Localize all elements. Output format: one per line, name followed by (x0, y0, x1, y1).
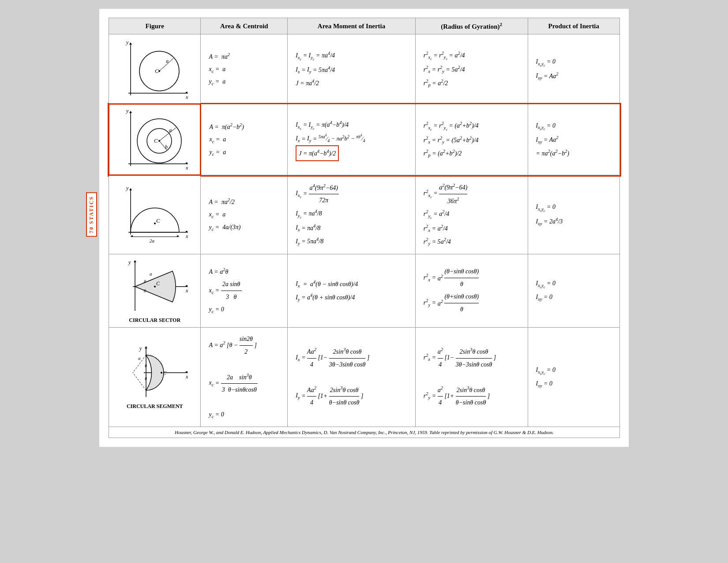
figure-semicircle: 70 STATICS (109, 175, 201, 254)
label-circular-segment: CIRCULAR SEGMENT (127, 403, 183, 410)
moment-inertia-full-circle: Ixc = Iyc = πa4/4 Ix = Iy = 5πa4/4 J = π… (288, 34, 416, 104)
svg-marker-14 (129, 111, 132, 113)
svg-text:y: y (126, 185, 129, 191)
svg-point-42 (154, 286, 156, 287)
area-centroid-circular-segment: A = a2 [θ − sin2θ 2 ] xc = 2a sin3θ (201, 327, 288, 427)
product-inertia-circular-sector: Ixcyc = 0 Ixy = 0 (528, 254, 619, 327)
svg-text:θ: θ (144, 279, 146, 284)
radius-gyration-full-circle: r2xc = r2yc = a2/4 r2x = r2y = 5a2/4 r2p… (415, 34, 528, 104)
moment-inertia-hollow-circle: Ixc = Iyc = π(a4−b4)/4 Ix = Iy = 5πa4⁄4 … (288, 104, 416, 175)
svg-line-54 (133, 373, 146, 390)
svg-text:a: a (150, 271, 152, 276)
figure-full-circle: C a x y (109, 34, 201, 104)
svg-text:x: x (185, 94, 188, 100)
area-centroid-hollow-circle: A = π(a2−b2) xc = a yc = a (201, 104, 288, 175)
product-inertia-hollow-circle: Ixcyc = 0 Ixy = Aa2 = πa2(a2−b2) (528, 104, 619, 175)
figure-circular-sector: C a θ θ x y CIRCULAR SECTOR (109, 254, 201, 327)
header-area-centroid: Area & Centroid (201, 18, 288, 34)
radius-gyration-circular-sector: r2x = a2 (θ−sinθ cosθ) θ r2y = a2 (415, 254, 528, 327)
header-radius-gyration: (Radius of Gyration)2 (415, 18, 528, 34)
svg-text:x: x (185, 165, 188, 171)
svg-text:a: a (138, 355, 141, 361)
moment-inertia-circular-sector: Ix = a4(θ − sinθ cosθ)/4 Iy = a4(θ + sin… (288, 254, 416, 327)
citation-row: Housner, George W., and Donald E. Hudson… (109, 427, 620, 438)
area-centroid-circular-sector: A = a2θ xc = 2a sinθ 3 θ yc = 0 (201, 254, 288, 327)
svg-text:y: y (126, 108, 129, 114)
svg-text:2a: 2a (150, 238, 155, 243)
row-circular-sector: C a θ θ x y CIRCULAR SECTOR (109, 254, 620, 327)
svg-text:y: y (126, 39, 129, 45)
row-circular-segment: C a θ θ x y CIRCULAR SEGMENT (109, 327, 620, 427)
svg-text:C: C (154, 137, 158, 144)
moment-inertia-semicircle: Ixc = a4(9π2−64) 72π Iyc = πa4/8 Ix = πa… (288, 175, 416, 254)
svg-text:C: C (155, 68, 159, 74)
svg-circular-segment: C a θ θ x y (120, 344, 190, 401)
svg-circular-sector: C a θ θ x y (120, 258, 190, 315)
svg-text:x: x (185, 233, 188, 239)
moment-inertia-circular-segment: Ix = Aa2 4 [1− 2sin3θ cosθ 3θ−3sinθ cosθ… (288, 327, 416, 427)
label-circular-sector: CIRCULAR SECTOR (129, 317, 180, 324)
svg-text:a: a (166, 58, 169, 64)
inertia-table: Figure Area & Centroid Area Moment of In… (108, 18, 620, 438)
header-figure: Figure (109, 18, 201, 34)
svg-marker-41 (134, 260, 136, 262)
row-hollow-circle: C a b x y (109, 104, 620, 175)
svg-semicircle: C 2a x y (120, 184, 190, 246)
radius-gyration-hollow-circle: r2xc = r2yc = (a2+b2)/4 r2x = r2y = (5a2… (415, 104, 528, 175)
radius-gyration-semicircle: r2xc = a2(9π2−64) 36π2 r2yc = a2/4 r2x =… (415, 175, 528, 254)
svg-point-30 (154, 223, 156, 224)
page: Figure Area & Centroid Area Moment of In… (99, 9, 629, 447)
area-centroid-semicircle: A = πa2/2 xc = a yc = 4a/(3π) (201, 175, 288, 254)
product-inertia-full-circle: Ixcyc = 0 Ixy = Aa2 (528, 34, 619, 104)
svg-marker-52 (145, 346, 147, 348)
svg-text:a: a (169, 127, 172, 133)
statics-sidebar-label: 70 STATICS (86, 193, 97, 237)
svg-marker-28 (129, 188, 132, 190)
svg-text:x: x (185, 287, 188, 294)
product-inertia-semicircle: Ixcyc = 0 Ixy = 2a4/3 (528, 175, 619, 254)
svg-text:x: x (185, 374, 188, 380)
svg-point-55 (161, 372, 162, 374)
svg-full-circle: C a x y (120, 38, 190, 100)
product-inertia-circular-segment: Ixcyc = 0 Ixy = 0 (528, 327, 619, 427)
area-centroid-full-circle: A = πa2 xc = a yc = a (201, 34, 288, 104)
svg-marker-3 (129, 42, 132, 45)
figure-circular-segment: C a θ θ x y CIRCULAR SEGMENT (109, 327, 201, 427)
header-moment-inertia: Area Moment of Inertia (288, 18, 416, 34)
svg-text:C: C (156, 217, 160, 224)
radius-gyration-circular-segment: r2x = a2 4 [1− 2sin3θ cosθ 3θ−3sinθ cosθ… (415, 327, 528, 427)
header-product-inertia: Product of Inertia (528, 18, 619, 34)
svg-text:b: b (165, 144, 168, 150)
svg-text:y: y (139, 345, 142, 351)
svg-text:θ: θ (145, 376, 147, 381)
svg-hollow-circle: C a b x y (120, 106, 190, 173)
row-full-circle: C a x y A = πa2 xc = (109, 34, 620, 104)
svg-text:θ: θ (145, 363, 147, 368)
row-semicircle: 70 STATICS (109, 175, 620, 254)
svg-line-19 (159, 128, 176, 141)
svg-text:C: C (163, 370, 167, 376)
svg-text:C: C (156, 280, 160, 287)
svg-text:θ: θ (144, 288, 146, 293)
figure-hollow-circle: C a b x y (109, 104, 201, 175)
citation-text: Housner, George W., and Donald E. Hudson… (109, 427, 620, 438)
svg-text:y: y (128, 259, 131, 265)
